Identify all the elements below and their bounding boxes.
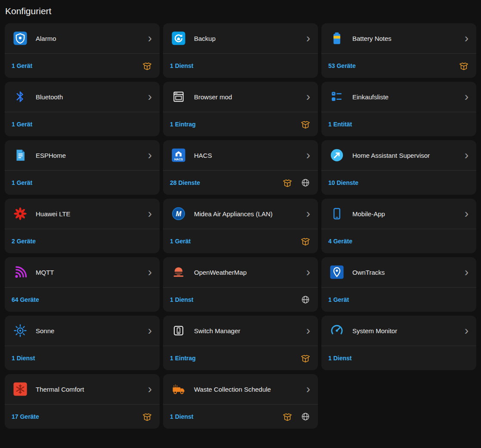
entities-link[interactable]: 1 Gerät	[170, 238, 191, 245]
chevron-right-icon[interactable]: ›	[463, 268, 470, 276]
card-footer: 2 Geräte	[5, 229, 160, 253]
chevron-right-icon[interactable]: ›	[146, 151, 154, 160]
chevron-right-icon[interactable]: ›	[463, 34, 470, 43]
integration-header[interactable]: OpenWeatherMap ›	[163, 257, 318, 287]
globe-icon	[301, 178, 310, 187]
entities-link[interactable]: 1 Gerät	[12, 62, 32, 69]
chevron-right-icon[interactable]: ›	[146, 326, 154, 335]
chevron-right-icon[interactable]: ›	[305, 34, 312, 43]
integration-name: Huawei LTE	[36, 210, 139, 218]
chevron-right-icon[interactable]: ›	[305, 92, 312, 101]
card-footer: 10 Dienste	[321, 171, 476, 195]
chevron-right-icon[interactable]: ›	[305, 385, 312, 393]
integration-card-mobile-app: Mobile-App › 4 Geräte	[321, 199, 476, 253]
integration-card-bluetooth: Bluetooth › 1 Gerät	[5, 82, 160, 136]
shopping-list-icon	[328, 88, 345, 105]
card-footer: 1 Dienst	[321, 346, 476, 370]
card-footer: 4 Geräte	[321, 229, 476, 253]
sun-icon	[12, 322, 29, 339]
chevron-right-icon[interactable]: ›	[146, 385, 154, 393]
hacs-box-icon	[301, 353, 310, 363]
integration-header[interactable]: M Midea Air Appliances (LAN) ›	[163, 199, 318, 229]
page-title: Konfiguriert	[5, 6, 51, 16]
entities-link[interactable]: 1 Gerät	[12, 179, 32, 186]
chevron-right-icon[interactable]: ›	[146, 209, 154, 218]
entities-link[interactable]: 1 Eintrag	[170, 121, 196, 128]
integration-header[interactable]: Backup ›	[163, 23, 318, 53]
integration-header[interactable]: Einkaufsliste ›	[321, 82, 476, 112]
chevron-right-icon[interactable]: ›	[305, 268, 312, 276]
chevron-right-icon[interactable]: ›	[146, 268, 154, 276]
integration-card-browser-mod: Browser mod › 1 Eintrag	[163, 82, 318, 136]
hacs-box-icon	[301, 236, 310, 246]
chevron-right-icon[interactable]: ›	[463, 151, 470, 160]
integration-name: OwnTracks	[352, 269, 456, 276]
chevron-right-icon[interactable]: ›	[305, 151, 312, 160]
integration-name: Home Assistant Supervisor	[352, 152, 456, 159]
entities-link[interactable]: 10 Dienste	[328, 179, 358, 186]
integration-header[interactable]: Browser mod ›	[163, 82, 318, 112]
chevron-right-icon[interactable]: ›	[305, 326, 312, 335]
entities-link[interactable]: 17 Geräte	[12, 413, 39, 420]
entities-link[interactable]: 28 Dienste	[170, 179, 200, 186]
integration-header[interactable]: Home Assistant Supervisor ›	[321, 140, 476, 170]
esphome-icon	[12, 147, 29, 164]
integration-header[interactable]: Alarmo ›	[5, 23, 160, 53]
entities-link[interactable]: 1 Dienst	[328, 355, 352, 362]
integration-card-sonne: Sonne › 1 Dienst	[5, 316, 160, 370]
mobile-app-icon	[328, 205, 345, 222]
integration-header[interactable]: ESPHome ›	[5, 140, 160, 170]
integration-header[interactable]: OwnTracks ›	[321, 257, 476, 287]
browser-mod-icon	[170, 88, 187, 105]
chevron-right-icon[interactable]: ›	[146, 92, 154, 101]
entities-link[interactable]: 1 Entität	[328, 121, 352, 128]
entities-link[interactable]: 1 Dienst	[170, 413, 193, 420]
chevron-right-icon[interactable]: ›	[463, 92, 470, 101]
integration-card-backup: Backup › 1 Dienst	[163, 23, 318, 78]
entities-link[interactable]: 1 Dienst	[12, 355, 35, 362]
battery-notes-icon	[328, 30, 345, 47]
entities-link[interactable]: 1 Dienst	[170, 62, 193, 69]
chevron-right-icon[interactable]: ›	[146, 34, 154, 43]
card-footer: 64 Geräte	[5, 288, 160, 312]
chevron-right-icon[interactable]: ›	[463, 209, 470, 218]
entities-link[interactable]: 53 Geräte	[328, 62, 356, 69]
integration-header[interactable]: Waste Collection Schedule ›	[163, 374, 318, 404]
integration-header[interactable]: Sonne ›	[5, 316, 160, 346]
integration-card-mqtt: MQTT › 64 Geräte	[5, 257, 160, 312]
integration-header[interactable]: Huawei LTE ›	[5, 199, 160, 229]
chevron-right-icon[interactable]: ›	[305, 209, 312, 218]
bluetooth-icon	[12, 88, 29, 105]
integration-header[interactable]: Battery Notes ›	[321, 23, 476, 53]
card-footer: 1 Dienst	[5, 346, 160, 370]
hacs-box-icon	[142, 61, 152, 71]
supervisor-icon	[328, 147, 345, 164]
entities-link[interactable]: 2 Geräte	[12, 238, 36, 245]
hacs-icon: HACS	[170, 147, 187, 164]
card-footer: 1 Gerät	[5, 112, 160, 136]
integration-card-einkaufsliste: Einkaufsliste › 1 Entität	[321, 82, 476, 136]
integration-header[interactable]: Switch Manager ›	[163, 316, 318, 346]
card-footer: 1 Eintrag	[163, 112, 318, 136]
integration-card-switch-manager: Switch Manager › 1 Eintrag	[163, 316, 318, 370]
integration-card-esphome: ESPHome › 1 Gerät	[5, 140, 160, 195]
entities-link[interactable]: 1 Eintrag	[170, 355, 196, 362]
integration-name: System Monitor	[352, 327, 456, 334]
entities-link[interactable]: 1 Gerät	[328, 296, 349, 303]
card-footer: 1 Gerät	[163, 229, 318, 253]
integration-header[interactable]: Mobile-App ›	[321, 199, 476, 229]
entities-link[interactable]: 1 Dienst	[170, 296, 193, 303]
entities-link[interactable]: 64 Geräte	[12, 296, 39, 303]
integration-header[interactable]: HACS HACS ›	[163, 140, 318, 170]
integration-name: Sonne	[36, 327, 139, 334]
integration-header[interactable]: Thermal Comfort ›	[5, 374, 160, 404]
integration-card-huawei-lte: Huawei LTE › 2 Geräte	[5, 199, 160, 253]
owntracks-icon	[328, 264, 345, 281]
entities-link[interactable]: 1 Gerät	[12, 121, 32, 128]
integration-header[interactable]: Bluetooth ›	[5, 82, 160, 112]
entities-link[interactable]: 4 Geräte	[328, 238, 352, 245]
card-footer: 53 Geräte	[321, 54, 476, 78]
chevron-right-icon[interactable]: ›	[463, 326, 470, 335]
integration-header[interactable]: System Monitor ›	[321, 316, 476, 346]
integration-header[interactable]: MQTT ›	[5, 257, 160, 287]
